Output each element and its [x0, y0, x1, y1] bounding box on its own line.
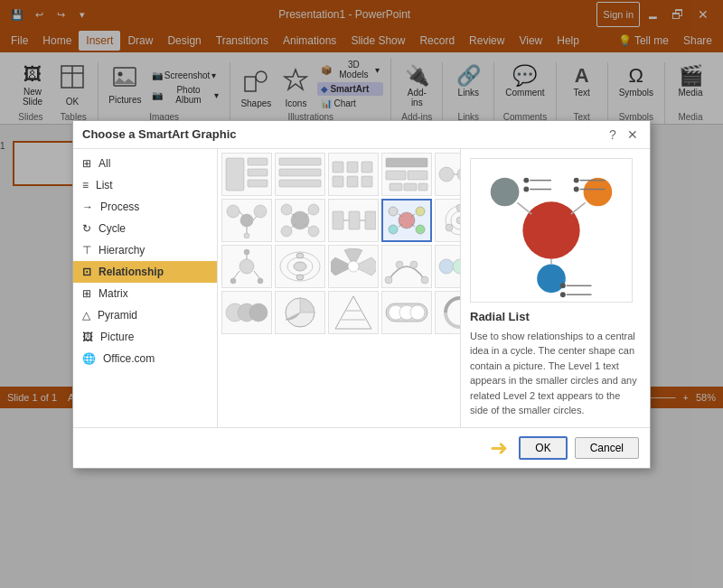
svg-point-92: [230, 278, 236, 284]
category-cycle[interactable]: ↻ Cycle: [73, 218, 217, 239]
svg-point-47: [281, 204, 292, 215]
category-process[interactable]: → Process: [73, 196, 217, 218]
svg-rect-22: [386, 171, 406, 180]
smartart-item-2[interactable]: [275, 153, 325, 196]
svg-point-29: [457, 167, 460, 182]
svg-point-104: [421, 276, 428, 284]
hierarchy-label: Hierarchy: [99, 244, 145, 257]
svg-point-63: [389, 225, 398, 234]
svg-point-46: [291, 211, 309, 229]
list-icon: ≡: [82, 179, 89, 191]
smartart-item-17[interactable]: [328, 245, 379, 288]
ok-arrow-indicator: ➜: [490, 435, 508, 461]
all-label: All: [99, 157, 110, 170]
smartart-item-11[interactable]: [381, 199, 432, 242]
svg-rect-18: [347, 176, 358, 187]
smartart-item-19[interactable]: [435, 245, 460, 288]
svg-point-144: [560, 292, 566, 297]
smartart-item-26[interactable]: [435, 291, 460, 334]
smartart-item-18[interactable]: [381, 245, 432, 288]
category-office[interactable]: 🌐 Office.com: [73, 348, 217, 369]
matrix-icon: ⊞: [82, 287, 91, 300]
svg-rect-19: [362, 162, 372, 173]
svg-point-50: [308, 226, 319, 237]
svg-rect-21: [386, 158, 427, 167]
hierarchy-icon: ⊤: [82, 244, 91, 257]
category-list[interactable]: ≡ List: [73, 174, 217, 196]
svg-point-41: [240, 214, 253, 227]
preview-image: [470, 158, 633, 303]
smartart-item-10[interactable]: [328, 199, 379, 242]
pyramid-icon: △: [82, 309, 90, 322]
svg-point-100: [348, 261, 359, 272]
category-picture[interactable]: 🖼 Picture: [73, 326, 217, 348]
office-label: Office.com: [103, 352, 155, 365]
smartart-grid: [221, 153, 456, 334]
svg-point-114: [249, 303, 268, 322]
svg-point-127: [522, 201, 579, 258]
smartart-item-25[interactable]: [381, 291, 432, 334]
svg-rect-9: [248, 158, 268, 165]
cycle-icon: ↻: [82, 222, 91, 235]
smartart-item-4[interactable]: [381, 153, 432, 196]
dialog-title-bar: Choose a SmartArt Graphic ? ✕: [73, 121, 650, 149]
svg-point-74: [446, 224, 453, 231]
svg-rect-20: [362, 176, 372, 187]
svg-point-98: [296, 253, 304, 258]
svg-rect-13: [279, 169, 321, 176]
dialog-body: ⊞ All ≡ List → Process ↻ Cycle ⊤ Hiera: [73, 149, 650, 427]
smartart-item-3[interactable]: [328, 153, 379, 196]
category-hierarchy[interactable]: ⊤ Hierarchy: [73, 239, 217, 261]
smartart-item-24[interactable]: [328, 291, 379, 334]
dialog-help-button[interactable]: ?: [605, 126, 621, 143]
svg-rect-24: [390, 183, 402, 191]
svg-point-62: [416, 207, 425, 216]
svg-rect-55: [333, 211, 343, 229]
pyramid-label: Pyramid: [98, 309, 137, 322]
smartart-item-5[interactable]: [435, 153, 460, 196]
cancel-button[interactable]: Cancel: [575, 437, 639, 459]
category-relationship[interactable]: ⊡ Relationship: [73, 261, 217, 283]
category-all[interactable]: ⊞ All: [73, 153, 217, 174]
svg-point-142: [560, 283, 566, 288]
svg-line-131: [571, 202, 586, 214]
svg-point-103: [410, 261, 418, 268]
smartart-item-16[interactable]: [275, 245, 325, 288]
dialog-title: Choose a SmartArt Graphic: [82, 127, 237, 141]
category-matrix[interactable]: ⊞ Matrix: [73, 283, 217, 304]
svg-rect-25: [404, 183, 417, 191]
smartart-item-9[interactable]: [275, 199, 325, 242]
svg-rect-10: [248, 169, 268, 176]
office-icon: 🌐: [82, 352, 96, 365]
preview-title: Radial List: [470, 310, 641, 323]
choose-smartart-dialog: Choose a SmartArt Graphic ? ✕ ⊞ All ≡ Li…: [72, 120, 651, 469]
svg-rect-23: [408, 171, 427, 180]
dialog-close-button[interactable]: ✕: [624, 126, 641, 143]
list-label: List: [96, 179, 113, 191]
smartart-item-12[interactable]: [435, 199, 460, 242]
smartart-item-23[interactable]: [275, 291, 325, 334]
category-pyramid[interactable]: △ Pyramid: [73, 304, 217, 326]
dialog-overlay: Choose a SmartArt Graphic ? ✕ ⊞ All ≡ Li…: [0, 0, 723, 588]
ok-button[interactable]: OK: [519, 436, 567, 460]
svg-rect-16: [333, 176, 343, 187]
svg-point-48: [308, 204, 319, 215]
smartart-grid-area[interactable]: [218, 149, 460, 402]
picture-label: Picture: [100, 331, 134, 343]
smartart-item-1[interactable]: [221, 153, 272, 196]
process-icon: →: [82, 201, 93, 213]
svg-point-130: [584, 178, 613, 207]
svg-rect-8: [226, 158, 244, 191]
smartart-item-15[interactable]: [221, 245, 272, 288]
svg-point-128: [491, 178, 520, 207]
svg-point-97: [294, 262, 306, 271]
smartart-item-22[interactable]: [221, 291, 272, 334]
smartart-item-8[interactable]: [221, 199, 272, 242]
svg-rect-17: [347, 162, 358, 173]
svg-point-45: [244, 233, 249, 238]
svg-point-61: [389, 207, 398, 216]
relationship-icon: ⊡: [82, 266, 91, 278]
svg-point-72: [456, 204, 460, 211]
svg-rect-26: [418, 183, 427, 191]
svg-rect-14: [279, 180, 321, 187]
